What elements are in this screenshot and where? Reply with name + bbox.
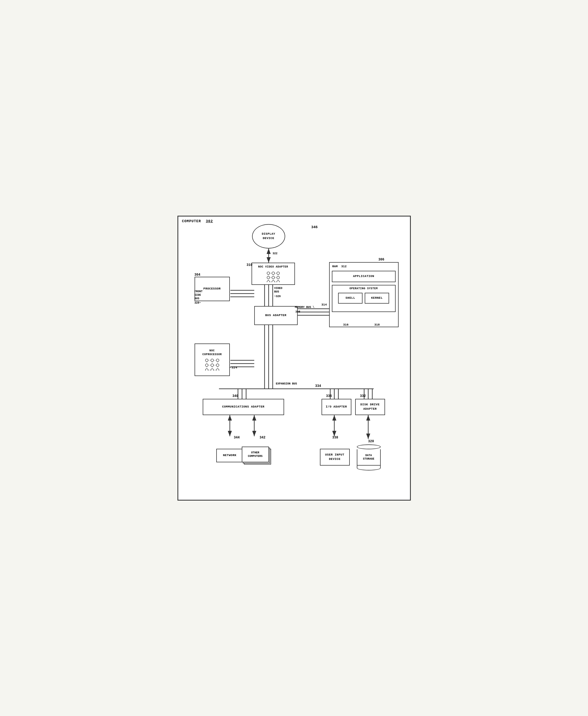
video-bus-label: VIDEOBUS: [274, 287, 282, 294]
noc-video-adapter-label: NOC VIDEO ADAPTER: [258, 265, 288, 269]
noc-coprocessor-box: NOCCOPROCESSOR ~324: [194, 343, 230, 376]
svg-point-33: [267, 272, 270, 275]
svg-point-41: [277, 280, 279, 282]
io-adapter-box: I/O ADAPTER: [321, 399, 351, 415]
svg-point-55: [211, 359, 213, 362]
processor-number: 304: [194, 273, 201, 277]
svg-point-34: [272, 272, 275, 275]
io-adapter-number: 336: [326, 394, 332, 399]
svg-point-56: [216, 359, 219, 362]
comms-adapter-label: COMMUNICATIONS ADAPTER: [222, 405, 264, 409]
noc-video-adapter-number: 310: [247, 263, 253, 268]
memory-bus-number: 308: [295, 310, 300, 314]
expansion-bus-label: EXPANSION BUS: [276, 382, 297, 385]
operating-system-label: OPERATING SYSTEM: [350, 287, 378, 291]
display-device-label: DISPLAYDEVICE: [262, 232, 275, 240]
svg-point-38: [277, 276, 279, 279]
video-bus-number: ~326: [274, 295, 281, 298]
user-input-device-label: USER INPUTDEVICE: [325, 453, 344, 461]
processor-label: PROCESSOR: [204, 287, 221, 291]
application-box: APPLICATION: [332, 271, 396, 282]
ram-outer-number: 306: [379, 258, 384, 262]
expansion-bus-number: 334: [315, 384, 321, 388]
noc-video-grid: [265, 270, 281, 282]
display-device-number: 346: [311, 225, 317, 230]
shell-number: 316: [343, 323, 349, 327]
disk-drive-adapter-label: DISK DRIVEADAPTER: [360, 403, 380, 411]
svg-point-57: [205, 364, 208, 366]
noc-coprocessor-label: NOCCOPROCESSOR: [203, 349, 222, 357]
noc-coprocessor-number: ~324: [230, 366, 237, 370]
svg-point-35: [277, 272, 279, 275]
bus-adapter-label: BUS ADAPTER: [265, 313, 286, 317]
data-storage-cylinder: DATASTORAGE: [357, 444, 381, 470]
svg-point-62: [216, 369, 219, 371]
noc-coprocessor-grid: [204, 358, 220, 371]
network-number: 344: [234, 436, 240, 440]
comms-adapter-box: COMMUNICATIONS ADAPTER: [203, 399, 284, 415]
kernel-label: KERNEL: [371, 296, 383, 300]
front-side-bus-1-label: FRONTSIDEBUS: [194, 290, 203, 300]
svg-point-36: [267, 276, 270, 279]
svg-point-60: [205, 369, 208, 371]
noc-video-adapter-box: NOC VIDEO ADAPTER: [252, 262, 295, 285]
data-storage-number: 320: [368, 440, 374, 444]
network-label: NETWORK: [223, 454, 237, 458]
front-side-bus-1-number: 328~: [194, 301, 201, 305]
bus-adapter-box: BUS ADAPTER: [254, 306, 298, 325]
other-computers-number: 342: [260, 436, 266, 440]
computer-label: COMPUTER 302: [182, 219, 213, 223]
svg-point-54: [205, 359, 208, 362]
memory-bus-label: MEMORY BUS \: [295, 306, 314, 309]
arrow-322: 322: [273, 252, 278, 255]
svg-point-39: [267, 280, 270, 282]
kernel-box: KERNEL: [365, 293, 389, 303]
display-device-box: DISPLAYDEVICE: [252, 224, 285, 249]
svg-point-61: [211, 369, 213, 371]
os-number: 314: [321, 303, 327, 307]
user-input-device-number: 338: [332, 436, 338, 440]
io-adapter-label: I/O ADAPTER: [326, 405, 347, 409]
network-box: NETWORK: [216, 449, 244, 462]
shell-label: SHELL: [345, 296, 355, 300]
comms-adapter-number: 340: [233, 394, 238, 399]
kernel-number: 318: [375, 323, 380, 327]
disk-drive-adapter-box: DISK DRIVEADAPTER: [355, 399, 385, 415]
ram-outer-box: 306 RAM 312 APPLICATION OPERATING SYSTEM…: [329, 262, 399, 327]
user-input-device-box: USER INPUTDEVICE: [320, 449, 350, 466]
other-computers-box: OTHERCOMPUTERS: [242, 447, 270, 465]
svg-point-37: [272, 276, 275, 279]
disk-drive-adapter-number: 332: [360, 394, 366, 399]
operating-system-box: OPERATING SYSTEM SHELL KERNEL: [332, 285, 396, 312]
svg-point-59: [216, 364, 219, 366]
application-label: APPLICATION: [353, 274, 374, 278]
diagram-container: COMPUTER 302: [177, 216, 411, 501]
shell-box: SHELL: [338, 293, 362, 303]
svg-point-40: [272, 280, 275, 282]
svg-point-58: [211, 364, 213, 366]
